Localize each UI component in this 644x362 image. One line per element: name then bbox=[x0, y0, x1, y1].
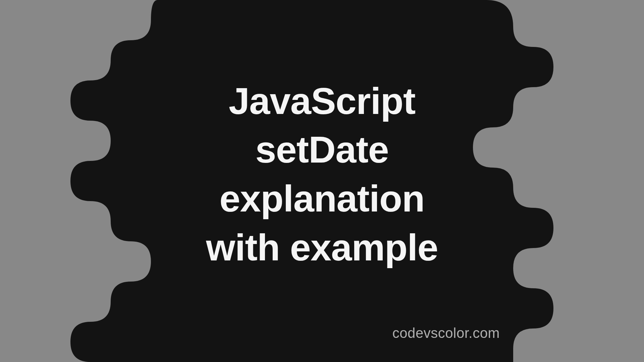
title-line-3: explanation bbox=[219, 178, 424, 220]
site-url: codevscolor.com bbox=[392, 325, 500, 341]
card-title: JavaScript setDate explanation with exam… bbox=[206, 77, 438, 272]
title-line-4: with example bbox=[206, 227, 438, 268]
title-line-2: setDate bbox=[255, 129, 389, 171]
title-line-1: JavaScript bbox=[229, 80, 416, 122]
promo-card: JavaScript setDate explanation with exam… bbox=[57, 0, 587, 362]
